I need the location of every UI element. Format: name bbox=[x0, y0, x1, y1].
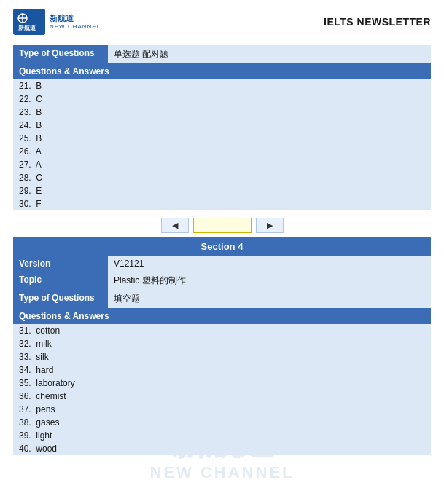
section4-title: Section 4 bbox=[13, 237, 431, 256]
q-ans: chemist bbox=[36, 391, 66, 401]
q-num: 21. bbox=[19, 81, 31, 91]
q-ans: C bbox=[36, 94, 42, 104]
section4-table: Section 4 Version V12121 Topic Plastic 塑… bbox=[13, 237, 431, 455]
section3-qa-header-row: Questions & Answers bbox=[13, 63, 431, 79]
q-ans: A bbox=[36, 160, 42, 170]
q-ans: wood bbox=[36, 444, 57, 454]
q-num: 29. bbox=[19, 186, 31, 196]
logo-area: 新航道 新航道 NEW CHANNEL bbox=[13, 9, 101, 35]
q-num: 27. bbox=[19, 160, 31, 170]
q-ans: laboratory bbox=[36, 378, 74, 388]
q-ans: gases bbox=[36, 417, 59, 428]
q-num: 33. bbox=[19, 352, 31, 362]
q-num: 31. bbox=[19, 326, 31, 336]
q-num: 28. bbox=[19, 173, 31, 183]
table-row: 37. pens bbox=[13, 403, 431, 416]
section4-type-value: 填空题 bbox=[108, 290, 431, 308]
q-ans: pens bbox=[36, 404, 55, 414]
table-row: 36. chemist bbox=[13, 390, 431, 403]
section4-version-label: Version bbox=[13, 256, 108, 272]
q-ans: B bbox=[36, 120, 42, 130]
q-ans: B bbox=[36, 133, 42, 143]
logo-en-text: NEW CHANNEL bbox=[50, 23, 101, 31]
table-row: 27. A bbox=[13, 158, 431, 171]
table-row: 30. F bbox=[13, 197, 431, 210]
section4-qa-header-row: Questions & Answers bbox=[13, 308, 431, 324]
q-num: 30. bbox=[19, 199, 31, 209]
section4-header-row: Section 4 bbox=[13, 237, 431, 256]
content-area: Type of Questions 单选题 配对题 Questions & An… bbox=[13, 45, 431, 455]
section3-table: Type of Questions 单选题 配对题 Questions & An… bbox=[13, 45, 431, 210]
section3-type-value: 单选题 配对题 bbox=[108, 45, 431, 63]
table-row: 26. A bbox=[13, 145, 431, 158]
q-num: 38. bbox=[19, 417, 31, 428]
table-row: 38. gases bbox=[13, 416, 431, 429]
q-num: 25. bbox=[19, 133, 31, 143]
table-row: 34. hard bbox=[13, 363, 431, 377]
q-ans: light bbox=[36, 430, 52, 441]
section4-topic-value: Plastic 塑料的制作 bbox=[108, 272, 431, 290]
table-row: 32. milk bbox=[13, 337, 431, 350]
q-ans: A bbox=[36, 146, 42, 157]
table-row: 29. E bbox=[13, 184, 431, 197]
table-row: 40. wood bbox=[13, 442, 431, 455]
q-ans: E bbox=[36, 186, 42, 196]
q-ans: cotton bbox=[36, 326, 60, 336]
q-num: 26. bbox=[19, 146, 31, 157]
section4-topic-label: Topic bbox=[13, 272, 108, 290]
table-row: 24. B bbox=[13, 119, 431, 132]
logo-box: 新航道 bbox=[13, 9, 45, 35]
q-ans: B bbox=[36, 81, 42, 91]
q-num: 34. bbox=[19, 365, 31, 375]
q-num: 23. bbox=[19, 107, 31, 117]
table-row: 39. light bbox=[13, 429, 431, 442]
table-row: 23. B bbox=[13, 106, 431, 119]
q-ans: milk bbox=[36, 339, 51, 349]
q-num: 40. bbox=[19, 444, 31, 454]
q-ans: C bbox=[36, 173, 42, 183]
logo-icon: 新航道 bbox=[15, 11, 43, 33]
section3-type-row: Type of Questions 单选题 配对题 bbox=[13, 45, 431, 63]
table-row: 25. B bbox=[13, 132, 431, 145]
table-row: 31. cotton bbox=[13, 324, 431, 337]
section4-type-row: Type of Questions 填空题 bbox=[13, 290, 431, 308]
q-num: 22. bbox=[19, 94, 31, 104]
page-current-btn[interactable] bbox=[193, 218, 252, 233]
svg-text:新航道: 新航道 bbox=[18, 24, 36, 31]
q-num: 36. bbox=[19, 391, 31, 401]
table-row: 35. laboratory bbox=[13, 377, 431, 390]
watermark-en-text: NEW CHANNEL bbox=[113, 463, 332, 482]
q-ans: F bbox=[36, 199, 41, 209]
table-row: 28. C bbox=[13, 171, 431, 184]
newsletter-title: IELTS NEWSLETTER bbox=[324, 16, 431, 28]
section3-type-label: Type of Questions bbox=[13, 45, 108, 63]
q-num: 35. bbox=[19, 378, 31, 388]
section4-version-value: V12121 bbox=[108, 256, 431, 272]
page-next-btn[interactable]: ▶ bbox=[256, 218, 284, 233]
q-ans: silk bbox=[36, 352, 48, 362]
pagination: ◀ ▶ bbox=[13, 218, 431, 233]
table-row: 22. C bbox=[13, 92, 431, 106]
q-num: 32. bbox=[19, 339, 31, 349]
section4-version-row: Version V12121 bbox=[13, 256, 431, 272]
section4-type-label: Type of Questions bbox=[13, 290, 108, 308]
q-num: 24. bbox=[19, 120, 31, 130]
q-num: 39. bbox=[19, 430, 31, 441]
q-ans: hard bbox=[36, 365, 53, 375]
logo-cn-text: 新航道 bbox=[50, 14, 101, 23]
section3-qa-header: Questions & Answers bbox=[13, 63, 431, 79]
section4-qa-header: Questions & Answers bbox=[13, 308, 431, 324]
page-prev-btn[interactable]: ◀ bbox=[161, 218, 189, 233]
q-num: 37. bbox=[19, 404, 31, 414]
table-row: 21. B bbox=[13, 79, 431, 92]
page-header: 新航道 新航道 NEW CHANNEL IELTS NEWSLETTER bbox=[13, 9, 431, 35]
section4-topic-row: Topic Plastic 塑料的制作 bbox=[13, 272, 431, 290]
table-row: 33. silk bbox=[13, 350, 431, 363]
q-ans: B bbox=[36, 107, 42, 117]
